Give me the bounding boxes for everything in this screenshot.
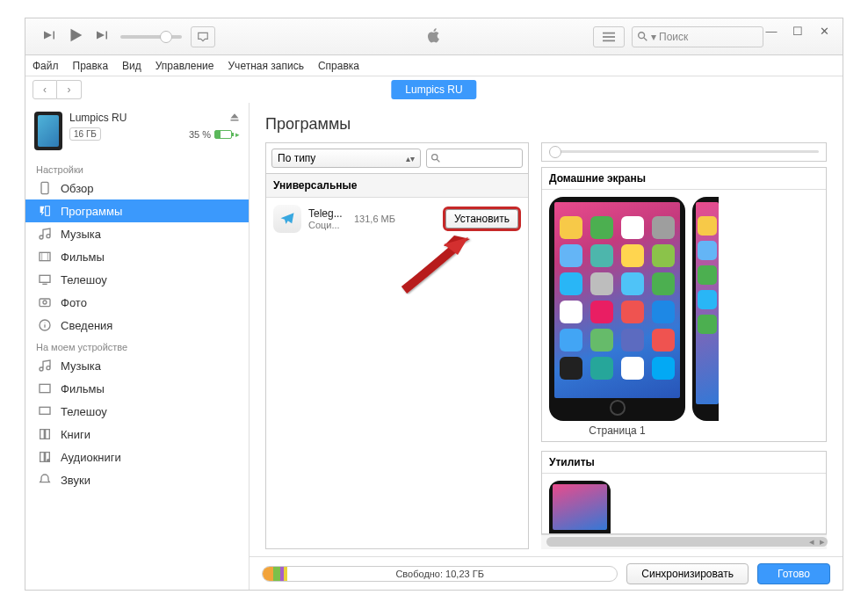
- svg-line-16: [437, 159, 439, 162]
- device-header: Lumpics RU 16 ГБ 35 % ▸: [25, 103, 249, 159]
- utilities-panel: Утилиты: [541, 451, 827, 534]
- app-icon: [621, 216, 644, 239]
- chevron-updown-icon: ▴▾: [406, 154, 415, 163]
- app-icon: [652, 272, 675, 295]
- home-button-icon: [610, 400, 626, 416]
- phone-preview-partial[interactable]: [692, 197, 719, 421]
- window-controls: — ☐ ✕: [758, 22, 837, 40]
- sidebar-item-dev-tv[interactable]: Телешоу: [25, 400, 249, 423]
- app-icon: [698, 265, 717, 285]
- minimize-button[interactable]: —: [758, 22, 785, 40]
- sidebar-item-tvshows[interactable]: Телешоу: [25, 268, 249, 291]
- app-category-header: Универсальные: [266, 174, 528, 198]
- app-icon: [621, 301, 644, 323]
- svg-line-4: [644, 38, 647, 40]
- sidebar-item-dev-tones[interactable]: Звуки: [25, 468, 249, 491]
- app-icon: [652, 216, 675, 239]
- menu-account[interactable]: Учетная запись: [228, 60, 304, 72]
- sync-button[interactable]: Синхронизировать: [626, 563, 749, 584]
- page-title: Программы: [250, 103, 843, 142]
- utilities-title: Утилиты: [542, 452, 826, 474]
- device-thumbnail-icon: [34, 112, 62, 150]
- app-icon: [621, 272, 644, 295]
- volume-slider[interactable]: [120, 35, 182, 39]
- apps-search-input[interactable]: [426, 149, 523, 168]
- apple-logo-icon: [425, 26, 443, 47]
- sidebar-item-dev-audiobooks[interactable]: Аудиокниги: [25, 446, 249, 468]
- app-icon: [590, 272, 613, 295]
- svg-point-14: [47, 459, 50, 462]
- previous-button[interactable]: [41, 27, 57, 47]
- app-icon: [560, 357, 582, 380]
- sidebar-item-dev-movies[interactable]: Фильмы: [25, 377, 249, 400]
- menu-controls[interactable]: Управление: [156, 60, 214, 72]
- close-button[interactable]: ✕: [811, 22, 837, 40]
- sidebar-item-photos[interactable]: Фото: [25, 291, 249, 314]
- app-icon: [590, 301, 613, 323]
- svg-rect-0: [603, 32, 615, 33]
- device-pill[interactable]: Lumpics RU: [391, 80, 476, 99]
- menu-edit[interactable]: Правка: [73, 60, 109, 72]
- maximize-button[interactable]: ☐: [785, 22, 811, 40]
- app-size: 131,6 МБ: [354, 214, 395, 224]
- app-name: Teleg...: [308, 207, 343, 220]
- settings-section-label: Настройки: [25, 159, 249, 177]
- svg-rect-12: [40, 384, 50, 392]
- nav-back-button[interactable]: ‹: [33, 80, 57, 99]
- sidebar-item-overview[interactable]: Обзор: [25, 177, 249, 199]
- battery-indicator: 35 % ▸: [189, 129, 240, 140]
- app-subcategory: Соци...: [308, 220, 343, 230]
- app-icon: [560, 301, 582, 323]
- footer: Свободно: 10,23 ГБ Синхронизировать Гото…: [250, 556, 843, 590]
- app-window: ▾Поиск — ☐ ✕ Файл Правка Вид Управление …: [25, 18, 843, 591]
- app-icon: [698, 241, 717, 260]
- svg-point-3: [639, 33, 645, 39]
- home-screen-page[interactable]: Страница 1: [549, 197, 685, 434]
- menu-view[interactable]: Вид: [122, 60, 141, 72]
- svg-point-10: [43, 301, 47, 304]
- app-icon: [560, 272, 582, 295]
- search-placeholder: Поиск: [659, 31, 688, 43]
- app-icon: [652, 329, 675, 352]
- sidebar-item-apps[interactable]: Программы: [25, 199, 249, 222]
- nav-row: ‹ › Lumpics RU: [25, 76, 843, 103]
- nav-forward-button[interactable]: ›: [57, 80, 82, 99]
- search-input[interactable]: ▾Поиск: [632, 26, 763, 47]
- app-icon: [698, 315, 717, 334]
- home-screens-title: Домашние экраны: [542, 168, 826, 190]
- playback-controls: [41, 25, 110, 48]
- svg-rect-1: [603, 36, 615, 38]
- menu-file[interactable]: Файл: [33, 60, 59, 72]
- screens-column: Домашние экраны Страница 1: [541, 142, 827, 549]
- airplay-button[interactable]: [191, 26, 215, 47]
- sidebar-item-music[interactable]: Музыка: [25, 222, 249, 245]
- horizontal-scrollbar[interactable]: ◂▸: [541, 534, 827, 549]
- app-icon: [652, 301, 675, 323]
- install-button[interactable]: Установить: [443, 207, 521, 231]
- next-button[interactable]: [94, 27, 110, 47]
- eject-button[interactable]: [229, 112, 240, 124]
- menu-help[interactable]: Справка: [318, 60, 359, 72]
- app-icon: [590, 329, 613, 352]
- done-button[interactable]: Готово: [757, 563, 830, 584]
- svg-rect-8: [40, 275, 50, 282]
- sidebar-item-dev-music[interactable]: Музыка: [25, 354, 249, 377]
- battery-percent: 35 %: [189, 129, 211, 140]
- app-row[interactable]: Teleg... Соци... 131,6 МБ Установить: [266, 198, 528, 240]
- sidebar-item-info[interactable]: Сведения: [25, 314, 249, 337]
- svg-rect-7: [40, 252, 50, 260]
- sort-select[interactable]: По типу▴▾: [271, 149, 421, 168]
- app-icon: [621, 357, 644, 380]
- sidebar-item-movies[interactable]: Фильмы: [25, 245, 249, 268]
- device-name: Lumpics RU: [69, 112, 182, 124]
- app-icon: [590, 244, 613, 267]
- utilities-phone-preview[interactable]: [549, 481, 611, 533]
- svg-rect-13: [40, 407, 50, 414]
- play-button[interactable]: [66, 25, 85, 48]
- menubar: Файл Правка Вид Управление Учетная запис…: [25, 55, 843, 76]
- page-label: Страница 1: [549, 424, 685, 437]
- list-view-button[interactable]: [593, 26, 625, 47]
- zoom-slider[interactable]: [541, 142, 827, 162]
- sidebar: Lumpics RU 16 ГБ 35 % ▸ Настройки Обзор …: [25, 103, 250, 590]
- sidebar-item-dev-books[interactable]: Книги: [25, 423, 249, 446]
